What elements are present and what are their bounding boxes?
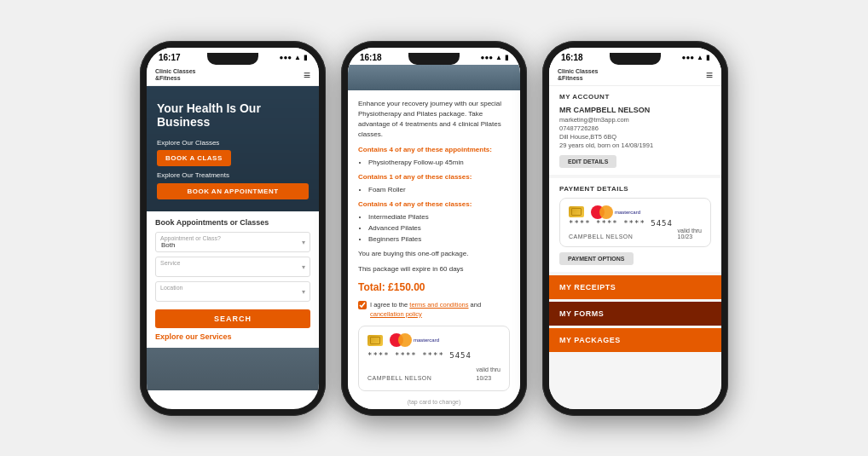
card-name-2: CAMPBELL NELSON (367, 374, 431, 384)
search-button[interactable]: SEARCH (155, 309, 310, 328)
hero-heading: Your Health Is Our Business (157, 101, 309, 130)
card-widget-2[interactable]: mastercard **** **** **** 5454 CAMPBELL … (358, 326, 510, 391)
payment-options-button[interactable]: PAYMENT OPTIONS (559, 252, 634, 265)
time-1: 16:17 (159, 53, 181, 62)
card-widget-3[interactable]: mastercard **** **** **** 5454 CAMPBELL … (559, 198, 711, 247)
battery-icon: ▮ (304, 54, 307, 61)
book-class-button[interactable]: BOOK A CLASS (157, 150, 231, 166)
location-label: Location (160, 285, 182, 291)
chevron-down-icon-3: ▾ (302, 288, 305, 296)
list-item: Foam Roller (368, 185, 510, 195)
section2-list: Foam Roller (368, 185, 510, 195)
signal-icon-3: ●●● (682, 54, 695, 61)
phone1-content: Clinic Classes &Fitness ≡ Your Health Is… (147, 65, 319, 409)
book-appointment-button[interactable]: BOOK AN APPOINTMENT (157, 183, 309, 199)
mastercard-icon-3: mastercard (591, 205, 640, 219)
logo-3: Clinic Classes &Fitness (558, 68, 598, 81)
time-3: 16:18 (561, 53, 583, 62)
payment-heading: PAYMENT DETAILS (559, 185, 711, 193)
section3-label: Contains 4 of any of these classes: (358, 199, 510, 210)
wifi-icon: ▲ (294, 54, 301, 61)
time-2: 16:18 (360, 53, 382, 62)
section1-list: Physiotherapy Follow-up 45min (368, 158, 510, 168)
appointment-type-group: Appointment or Class? Both ▾ (155, 232, 310, 252)
explore-treatments-link[interactable]: Explore Our Treatments (157, 171, 309, 179)
bottom-image (147, 348, 319, 390)
hamburger-menu-3[interactable]: ≡ (706, 68, 713, 82)
signal-icon: ●●● (280, 54, 292, 61)
account-age: 29 years old, born on 14/08/1991 (559, 141, 711, 149)
card-top-3: mastercard (569, 205, 702, 219)
card-name-3: CAMPBELL NELSON (569, 234, 633, 240)
phone2-content: Enhance your recovery journey with our s… (348, 65, 520, 409)
phone-1: 16:17 ●●● ▲ ▮ Clinic Classes &Fitness ≡ … (140, 41, 326, 416)
tap-hint: (tap card to change) (358, 398, 510, 407)
list-item: Intermediate Pilates (368, 212, 510, 222)
terms-link[interactable]: terms and conditions (409, 301, 468, 309)
my-forms-button[interactable]: MY FORMS (549, 302, 721, 326)
status-bar-2: 16:18 ●●● ▲ ▮ (348, 48, 520, 65)
note-text: You are buying this one-off package. (358, 249, 510, 259)
chip-icon (367, 335, 383, 346)
phones-container: 16:17 ●●● ▲ ▮ Clinic Classes &Fitness ≡ … (131, 32, 737, 424)
section1-label: Contains 4 of any of these appointments: (358, 145, 510, 155)
section3-list: Intermediate Pilates Advanced Pilates Be… (368, 212, 510, 245)
mastercard-icon: mastercard (390, 333, 439, 347)
phone-3: 16:18 ●●● ▲ ▮ Clinic Classes &Fitness ≡ … (542, 41, 728, 416)
explore-services-link[interactable]: Explore our Services (155, 332, 310, 341)
service-label: Service (160, 260, 180, 266)
card-number-2: **** **** **** 5454 (367, 350, 501, 362)
phone-3-screen: 16:18 ●●● ▲ ▮ Clinic Classes &Fitness ≡ … (549, 48, 721, 409)
account-address: Dill House,BT5 6BQ (559, 133, 711, 141)
wifi-icon-2: ▲ (495, 54, 502, 61)
intro-text: Enhance your recovery journey with our s… (358, 99, 510, 140)
navbar-3: Clinic Classes &Fitness ≡ (549, 65, 721, 86)
booking-title: Book Appointments or Classes (155, 218, 310, 227)
my-packages-button[interactable]: MY PACKAGES (549, 328, 721, 352)
type-label: Appointment or Class? (160, 235, 221, 241)
payment-section: PAYMENT DETAILS mastercard (549, 178, 721, 272)
phone-2-screen: 16:18 ●●● ▲ ▮ Enhance your recovery jour… (348, 48, 520, 409)
chevron-down-icon: ▾ (302, 239, 305, 246)
status-icons-3: ●●● ▲ ▮ (682, 54, 709, 61)
status-icons-2: ●●● ▲ ▮ (481, 54, 508, 61)
card-top: mastercard (367, 333, 501, 347)
status-bar-1: 16:17 ●●● ▲ ▮ (147, 48, 319, 65)
chip-icon-3 (569, 206, 584, 217)
total-price: Total: £150.00 (358, 280, 510, 295)
phone-2: 16:18 ●●● ▲ ▮ Enhance your recovery jour… (341, 41, 527, 416)
service-group: Service ▾ (155, 257, 310, 277)
phone-1-screen: 16:17 ●●● ▲ ▮ Clinic Classes &Fitness ≡ … (147, 48, 319, 409)
card-valid-3: valid thru 10/23 (678, 228, 702, 240)
card-bottom-2: CAMPBELL NELSON valid thru 10/23 (367, 366, 501, 384)
edit-details-button[interactable]: EDIT DETAILS (559, 155, 616, 168)
location-group: Location ▾ (155, 281, 310, 302)
package-content: Enhance your recovery journey with our s… (348, 90, 520, 409)
list-item: Advanced Pilates (368, 223, 510, 234)
battery-icon-2: ▮ (505, 54, 508, 61)
agree-checkbox[interactable] (358, 301, 367, 309)
phone3-content: Clinic Classes &Fitness ≡ MY ACCOUNT MR … (549, 65, 721, 409)
account-email: marketing@tm3app.com (559, 116, 711, 124)
list-item: Physiotherapy Follow-up 45min (368, 158, 510, 168)
navbar-1: Clinic Classes &Fitness ≡ (147, 65, 319, 86)
card-bottom-3: CAMPBELL NELSON valid thru 10/23 (569, 228, 702, 240)
hero-subtitle: Explore Our Classes (157, 139, 219, 147)
agree-row: I agree to the terms and conditions and … (358, 300, 510, 320)
package-top-image (348, 65, 520, 90)
status-bar-3: 16:18 ●●● ▲ ▮ (549, 48, 721, 65)
bottom-menu: MY RECEIPTS MY FORMS MY PACKAGES (549, 275, 721, 352)
account-name: MR CAMPBELL NELSON (559, 106, 711, 114)
signal-icon-2: ●●● (481, 54, 494, 61)
my-receipts-button[interactable]: MY RECEIPTS (549, 275, 721, 299)
list-item: Beginners Pilates (368, 234, 510, 245)
chevron-down-icon-2: ▾ (302, 263, 305, 271)
account-phone: 07487726286 (559, 124, 711, 132)
hamburger-menu-1[interactable]: ≡ (304, 68, 310, 82)
status-icons-1: ●●● ▲ ▮ (280, 54, 307, 61)
account-heading: MY ACCOUNT (559, 93, 711, 101)
card-valid-2: valid thru 10/23 (477, 366, 501, 384)
cancellation-link[interactable]: cancellation policy (370, 310, 422, 318)
agree-text: I agree to the terms and conditions and … (370, 300, 510, 320)
section2-label: Contains 1 of any of these classes: (358, 172, 510, 182)
